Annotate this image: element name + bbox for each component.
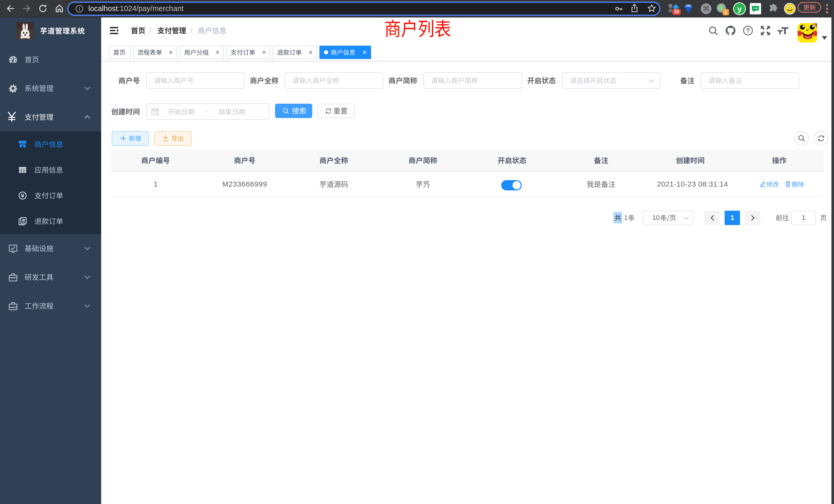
- svg-text:⌘: ⌘: [703, 5, 710, 13]
- svg-text:y: y: [738, 5, 742, 13]
- svg-text:?: ?: [746, 27, 750, 34]
